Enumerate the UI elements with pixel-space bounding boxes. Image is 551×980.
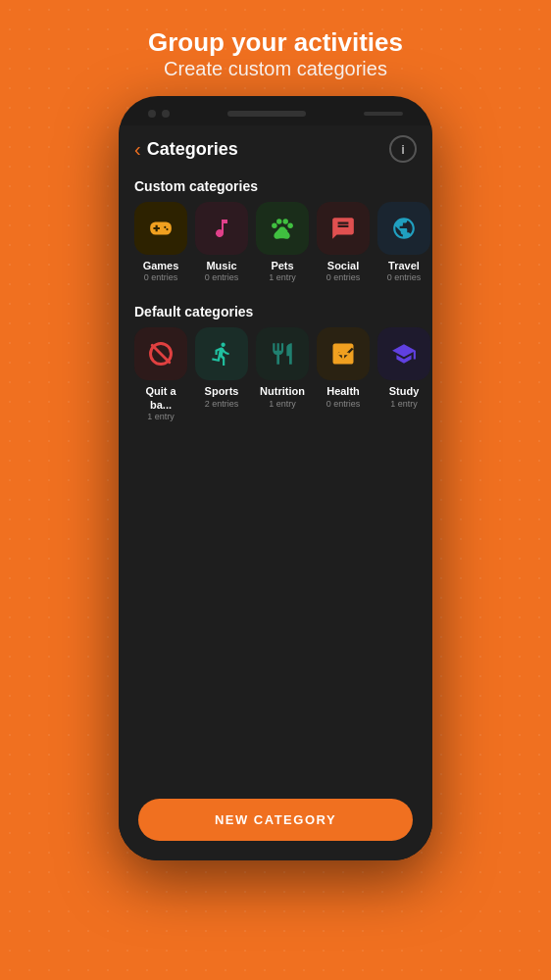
social-label: Social [327, 260, 359, 272]
nutrition-icon-bg [256, 327, 309, 380]
games-entries: 0 entries [144, 272, 178, 282]
category-item-quit[interactable]: Quit a ba... 1 entry [134, 327, 187, 420]
category-item-health[interactable]: Health 0 entries [317, 327, 370, 420]
custom-categories-row: Games 0 entries Music 0 entries [119, 202, 432, 294]
phone-notch [227, 111, 306, 117]
travel-entries: 0 entries [387, 272, 422, 282]
camera-dot-2 [162, 110, 170, 118]
pets-entries: 1 entry [269, 272, 296, 282]
phone-top-bar [119, 96, 432, 125]
sports-entries: 2 entries [205, 399, 239, 409]
camera-dot-1 [148, 110, 156, 118]
social-entries: 0 entries [326, 272, 361, 282]
phone-speaker [364, 112, 403, 116]
music-label: Music [206, 260, 236, 272]
health-icon [329, 340, 357, 368]
svg-point-1 [276, 219, 281, 223]
pets-icon [270, 216, 295, 241]
quit-icon [147, 340, 175, 368]
default-categories-row: Quit a ba... 1 entry Sports 2 entries [119, 327, 432, 432]
new-category-button[interactable]: NEW CATEGORY [138, 799, 413, 841]
category-item-music[interactable]: Music 0 entries [195, 202, 248, 282]
games-label: Games [143, 260, 179, 272]
study-entries: 1 entry [390, 399, 418, 409]
sports-label: Sports [205, 385, 239, 398]
custom-section-label: Custom categories [119, 169, 432, 202]
sports-icon [209, 341, 234, 367]
social-icon [330, 216, 356, 241]
music-entries: 0 entries [205, 272, 239, 282]
health-icon-bg [317, 327, 370, 380]
svg-line-5 [152, 346, 170, 364]
category-item-study[interactable]: Study 1 entry [377, 327, 430, 420]
health-entries: 0 entries [326, 399, 361, 409]
music-icon-bg [195, 202, 248, 255]
nav-bar: ‹ Categories i [119, 125, 432, 169]
quit-label: Quit a ba... [134, 385, 187, 411]
travel-label: Travel [388, 260, 420, 272]
pets-label: Pets [271, 260, 293, 272]
svg-point-3 [287, 223, 292, 228]
promo-header: Group your activities Create custom cate… [128, 0, 423, 96]
headline: Group your activities [148, 27, 403, 58]
study-icon-bg [377, 327, 430, 380]
svg-point-0 [272, 223, 276, 228]
info-button[interactable]: i [389, 135, 417, 163]
category-item-social[interactable]: Social 0 entries [317, 202, 370, 282]
nutrition-label: Nutrition [260, 385, 305, 398]
category-item-pets[interactable]: Pets 1 entry [256, 202, 309, 282]
page-title: Categories [147, 139, 389, 160]
nutrition-icon [270, 341, 295, 367]
social-icon-bg [317, 202, 370, 255]
nutrition-entries: 1 entry [269, 399, 296, 409]
category-item-nutrition[interactable]: Nutrition 1 entry [256, 327, 309, 420]
category-item-travel[interactable]: Travel 0 entries [377, 202, 430, 282]
health-label: Health [326, 385, 360, 398]
back-button[interactable]: ‹ [134, 138, 141, 161]
travel-icon [391, 216, 417, 241]
travel-icon-bg [377, 202, 430, 255]
phone-cameras [148, 110, 170, 118]
subheadline: Create custom categories [148, 58, 403, 80]
svg-point-2 [283, 219, 288, 223]
games-icon [148, 216, 174, 241]
pets-icon-bg [256, 202, 309, 255]
sports-icon-bg [195, 327, 248, 380]
app-content: ‹ Categories i Custom categories Games 0… [119, 125, 432, 860]
category-item-sports[interactable]: Sports 2 entries [195, 327, 248, 420]
games-icon-bg [134, 202, 187, 255]
quit-icon-bg [134, 327, 187, 380]
category-item-games[interactable]: Games 0 entries [134, 202, 187, 282]
study-icon [391, 341, 417, 367]
phone-frame: ‹ Categories i Custom categories Games 0… [119, 96, 432, 860]
study-label: Study [389, 385, 420, 398]
quit-entries: 1 entry [147, 412, 175, 421]
music-icon [210, 217, 233, 240]
bottom-btn-area: NEW CATEGORY [119, 789, 432, 860]
default-section-label: Default categories [119, 294, 432, 327]
